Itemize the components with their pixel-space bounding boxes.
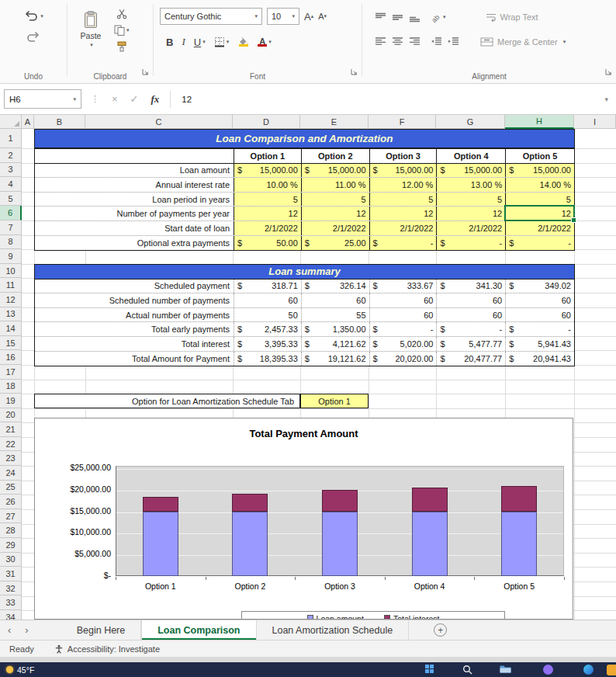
cell-G3[interactable]: $15,000.00 — [436, 164, 505, 178]
file-explorer-icon[interactable] — [500, 665, 511, 674]
font-name-select[interactable]: Century Gothic ▾ — [160, 8, 262, 25]
cell-B7[interactable]: Start date of loan — [35, 221, 234, 235]
cell-B14[interactable]: Total early payments — [35, 322, 234, 336]
cell-F11[interactable]: $333.67 — [369, 279, 437, 293]
cell-E2[interactable]: Option 2 — [301, 149, 369, 163]
cell-E15[interactable]: $4,121.62 — [301, 337, 369, 351]
cell-G15[interactable]: $5,477.77 — [436, 337, 505, 351]
row-header-1[interactable]: 1 — [0, 129, 22, 148]
cell-F13[interactable]: 60 — [369, 308, 437, 322]
cell-E4[interactable]: 11.00 % — [301, 178, 369, 192]
cell-H11[interactable]: $349.02 — [505, 279, 574, 293]
cell-H3[interactable]: $15,000.00 — [505, 164, 574, 178]
align-right-button[interactable] — [409, 36, 420, 47]
col-header-G[interactable]: G — [436, 115, 505, 129]
cell-G4[interactable]: 13.00 % — [436, 178, 505, 192]
cell-H8[interactable]: $- — [505, 236, 574, 251]
grow-font-button[interactable]: A▴ — [304, 11, 313, 23]
cell-F6[interactable]: 12 — [369, 207, 437, 220]
row-header-10[interactable]: 10 — [0, 264, 22, 279]
cell-H2[interactable]: Option 5 — [505, 149, 574, 163]
row-header-15[interactable]: 15 — [0, 336, 22, 351]
undo-button[interactable]: ▾ — [23, 10, 43, 22]
cell-B3[interactable]: Loan amount — [35, 164, 234, 178]
row-header-26[interactable]: 26 — [0, 495, 22, 509]
cell-G14[interactable]: $- — [436, 322, 505, 336]
new-sheet-button[interactable]: + — [434, 623, 447, 637]
accessibility-checker[interactable]: Accessibility: Investigate — [54, 644, 160, 654]
row-header-13[interactable]: 13 — [0, 307, 22, 322]
cell-D4[interactable]: 10.00 % — [234, 178, 301, 192]
cell-E14[interactable]: $1,350.00 — [301, 322, 369, 336]
cell-H7[interactable]: 2/1/2022 — [505, 221, 574, 235]
windows-start-button[interactable] — [425, 665, 434, 674]
cell-D12[interactable]: 60 — [234, 293, 301, 307]
col-header-A[interactable]: A — [22, 115, 34, 129]
decrease-indent-button[interactable] — [431, 36, 442, 47]
cancel-button[interactable]: × — [112, 93, 118, 105]
alignment-dialog-launcher[interactable] — [605, 64, 612, 78]
row-header-8[interactable]: 8 — [0, 235, 22, 250]
total-payment-chart[interactable]: Total Payment Amount Loan amountTotal in… — [34, 418, 573, 620]
row-header-34[interactable]: 34 — [0, 610, 22, 620]
redo-button[interactable] — [26, 31, 41, 43]
col-header-H[interactable]: H — [505, 115, 574, 129]
cell-G8[interactable]: $- — [436, 236, 505, 251]
row-header-16[interactable]: 16 — [0, 350, 22, 365]
italic-button[interactable]: I — [182, 36, 185, 48]
cell-H6[interactable]: 12 — [505, 207, 574, 220]
row-header-5[interactable]: 5 — [0, 192, 22, 207]
cell-D14[interactable]: $2,457.33 — [234, 322, 301, 336]
fill-color-button[interactable] — [237, 37, 249, 47]
cell-E12[interactable]: 60 — [301, 293, 369, 307]
search-icon[interactable] — [462, 665, 472, 675]
cell-F8[interactable]: $- — [369, 236, 437, 251]
cell-H15[interactable]: $5,941.43 — [505, 337, 574, 351]
cell-H14[interactable]: $- — [505, 322, 574, 336]
cell-E6[interactable]: 12 — [301, 207, 369, 220]
row-header-14[interactable]: 14 — [0, 321, 22, 336]
row-header-33[interactable]: 33 — [0, 595, 22, 610]
insert-function-button[interactable]: fx — [151, 93, 160, 106]
bold-button[interactable]: B — [166, 36, 173, 48]
worksheet[interactable]: Loan Comparison and Amortization Option … — [0, 115, 616, 620]
cell-B15[interactable]: Total interest — [35, 337, 234, 351]
row-header-6[interactable]: 6 — [0, 206, 22, 220]
cell-F2[interactable]: Option 3 — [369, 149, 437, 163]
cell-G11[interactable]: $341.30 — [436, 279, 505, 293]
cell-G16[interactable]: $20,477.77 — [436, 352, 505, 366]
option-tab-value-cell[interactable]: Option 1 — [300, 394, 369, 408]
copy-button[interactable]: ▾ — [114, 25, 130, 36]
cell-D3[interactable]: $15,000.00 — [234, 164, 301, 178]
edge-browser-icon[interactable] — [583, 665, 594, 675]
cut-button[interactable] — [114, 9, 130, 19]
cell-B11[interactable]: Scheduled payment — [35, 279, 234, 293]
row-header-27[interactable]: 27 — [0, 509, 22, 524]
cell-F14[interactable]: $- — [369, 322, 437, 336]
cell-G13[interactable]: 60 — [436, 308, 505, 322]
row-header-12[interactable]: 12 — [0, 293, 22, 307]
font-size-select[interactable]: 10 ▾ — [267, 8, 299, 25]
row-header-11[interactable]: 11 — [0, 278, 22, 293]
font-dialog-launcher[interactable] — [351, 64, 358, 78]
cell-G2[interactable]: Option 4 — [436, 149, 505, 163]
cell-F15[interactable]: $5,020.00 — [369, 337, 437, 351]
borders-button[interactable]: ▾ — [214, 36, 230, 47]
cell-D6[interactable]: 12 — [234, 207, 301, 220]
cell-B12[interactable]: Scheduled number of payments — [35, 293, 234, 307]
select-all-corner[interactable] — [0, 115, 22, 129]
cell-D16[interactable]: $18,395.33 — [234, 352, 301, 366]
cell-D5[interactable]: 5 — [234, 193, 301, 207]
align-top-button[interactable] — [375, 12, 386, 23]
cell-D2[interactable]: Option 1 — [234, 149, 301, 163]
cell-E11[interactable]: $326.14 — [301, 279, 369, 293]
formula-bar-handle[interactable]: ⋮ — [91, 94, 99, 104]
font-color-button[interactable]: A ▾ — [258, 37, 272, 47]
cell-B6[interactable]: Number of payments per year — [35, 207, 234, 220]
row-header-20[interactable]: 20 — [0, 408, 22, 423]
name-box[interactable]: H6 ▾ — [4, 89, 81, 109]
cell-B4[interactable]: Annual interest rate — [35, 178, 234, 192]
cell-D8[interactable]: $50.00 — [234, 236, 301, 251]
taskbar-weather[interactable]: 45°F — [6, 662, 34, 677]
cell-B2[interactable] — [35, 149, 234, 163]
